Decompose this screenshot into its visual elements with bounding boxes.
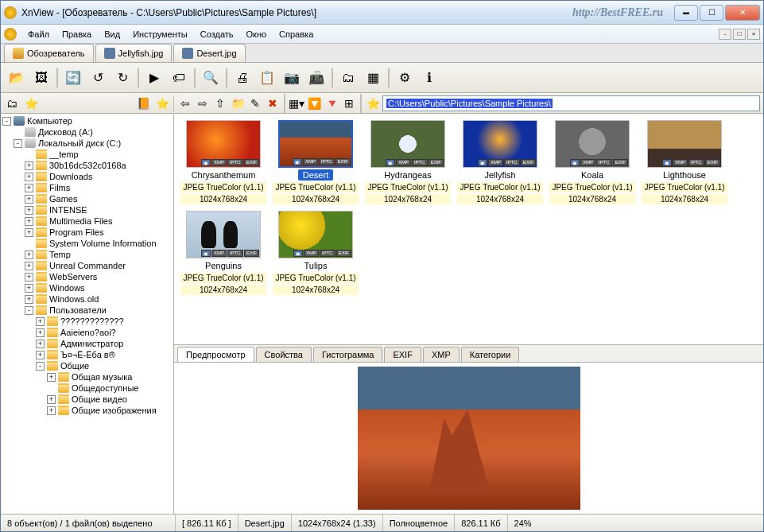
rotate-right-button[interactable]: ↻ <box>111 67 134 89</box>
settings-button[interactable]: ⚙ <box>394 67 416 89</box>
thumbnail-grid[interactable]: ▣XMPIPTCEXIFChrysanthemumJPEG TrueColor … <box>174 114 763 344</box>
rename-button[interactable]: ✎ <box>247 95 263 111</box>
back-button[interactable]: ⇦ <box>177 95 193 111</box>
tree-item[interactable]: +Общие видео <box>2 394 172 405</box>
menu-правка[interactable]: Правка <box>56 27 98 41</box>
menu-создать[interactable]: Создать <box>194 27 240 41</box>
tree-item[interactable]: +Администратор <box>2 338 172 349</box>
menu-инструменты[interactable]: Инструменты <box>126 27 194 41</box>
mdi-close-button[interactable]: × <box>747 29 760 40</box>
tree-item[interactable]: +30b16dc532c0168a <box>2 160 172 171</box>
expand-icon[interactable]: + <box>36 340 45 348</box>
expand-icon[interactable]: + <box>36 328 45 337</box>
up-button[interactable]: ⇧ <box>212 95 228 111</box>
preview-tab-xmp[interactable]: XMP <box>423 347 460 362</box>
mdi-minimize-button[interactable]: - <box>719 29 731 40</box>
tree-item[interactable]: +Windows <box>2 282 172 293</box>
expand-icon[interactable]: + <box>25 250 33 259</box>
tree-item[interactable]: Общедоступные <box>2 382 172 394</box>
expand-icon[interactable]: + <box>25 173 33 181</box>
tab-jellyfish-jpg[interactable]: Jellyfish.jpg <box>95 44 173 62</box>
mdi-restore-button[interactable]: □ <box>733 29 746 40</box>
address-bar[interactable]: C:\Users\Public\Pictures\Sample Pictures… <box>382 95 760 111</box>
tree-item[interactable]: +Общие изображения <box>2 405 172 416</box>
expand-icon[interactable]: + <box>25 284 33 293</box>
convert-button[interactable]: 🗂 <box>337 67 359 89</box>
tree-item[interactable]: +Unreal Commander <box>2 260 172 271</box>
thumbnail-chrysanthemum[interactable]: ▣XMPIPTCEXIFChrysanthemumJPEG TrueColor … <box>180 120 266 204</box>
thumbnail-koala[interactable]: ▣XMPIPTCEXIFKoalaJPEG TrueColor (v1.1)10… <box>549 120 635 204</box>
expand-icon[interactable]: - <box>36 362 45 371</box>
tree-item[interactable]: Дисковод (A:) <box>2 126 172 138</box>
fullscreen-button[interactable]: 🖼 <box>30 67 52 89</box>
favorite-button[interactable]: ⭐ <box>365 95 381 111</box>
expand-icon[interactable]: - <box>14 139 22 148</box>
folder-tree[interactable]: -КомпьютерДисковод (A:)-Локальный диск (… <box>1 114 174 514</box>
copy-button[interactable]: 📋 <box>256 67 278 89</box>
layout-button[interactable]: ⊞ <box>341 95 357 111</box>
search-button[interactable]: 🔍 <box>200 67 222 89</box>
tree-item[interactable]: +Общая музыка <box>2 371 172 382</box>
tree-item[interactable]: +Downloads <box>2 171 172 182</box>
preview-tab-свойства[interactable]: Свойства <box>256 347 312 362</box>
thumbnail-desert[interactable]: ▣XMPIPTCEXIFDesertJPEG TrueColor (v1.1)1… <box>273 120 359 204</box>
delete-button[interactable]: ✖ <box>265 95 281 111</box>
expand-icon[interactable]: + <box>25 295 33 304</box>
expand-icon[interactable]: + <box>25 262 33 270</box>
menu-окно[interactable]: Окно <box>240 27 273 41</box>
minimize-button[interactable] <box>674 5 698 21</box>
tag-button[interactable]: 🏷 <box>168 67 190 89</box>
collapse-icon[interactable]: - <box>2 117 11 126</box>
menu-вид[interactable]: Вид <box>98 27 126 41</box>
sort-button[interactable]: 🔽 <box>306 95 322 111</box>
tree-item[interactable]: +Windows.old <box>2 293 172 305</box>
scan-button[interactable]: 📠 <box>305 67 328 89</box>
expand-icon[interactable]: + <box>36 351 45 359</box>
tree-item[interactable]: +Temp <box>2 249 172 260</box>
tree-item[interactable]: +Aaieieno?aoi? <box>2 327 172 338</box>
forward-button[interactable]: ⇨ <box>195 95 211 111</box>
tab-обозреватель[interactable]: Обозреватель <box>4 44 94 62</box>
maximize-button[interactable] <box>700 5 723 21</box>
preview-tab-предпросмотр[interactable]: Предпросмотр <box>177 347 254 362</box>
folders-icon[interactable]: 🗂 <box>4 95 20 111</box>
close-button[interactable] <box>725 5 760 21</box>
tree-item[interactable]: -Пользователи <box>2 305 172 316</box>
tab-desert-jpg[interactable]: Desert.jpg <box>173 44 245 62</box>
preview-tab-exif[interactable]: EXIF <box>384 347 421 362</box>
tree-root[interactable]: -Компьютер <box>2 115 172 126</box>
expand-icon[interactable]: + <box>25 273 33 282</box>
thumbnail-lighthouse[interactable]: ▣XMPIPTCEXIFLighthouseJPEG TrueColor (v1… <box>642 120 727 204</box>
expand-icon[interactable]: + <box>47 406 56 415</box>
tree-item[interactable]: +WebServers <box>2 271 172 282</box>
star-icon[interactable]: ⭐ <box>154 95 170 111</box>
preview-tab-гистограмма[interactable]: Гистограмма <box>313 347 383 362</box>
tree-item[interactable]: __temp <box>2 149 172 160</box>
menu-файл[interactable]: Файл <box>21 27 56 41</box>
expand-icon[interactable]: + <box>36 317 45 326</box>
print-button[interactable]: 🖨 <box>231 67 254 89</box>
thumbnail-tulips[interactable]: ▣XMPIPTCEXIFTulipsJPEG TrueColor (v1.1)1… <box>273 211 359 295</box>
expand-icon[interactable]: + <box>25 161 33 170</box>
thumbnail-jellyfish[interactable]: ▣XMPIPTCEXIFJellyfishJPEG TrueColor (v1.… <box>457 120 543 204</box>
view-mode-button[interactable]: ▦▾ <box>289 95 304 111</box>
expand-icon[interactable]: + <box>25 228 33 237</box>
open-button[interactable]: 📂 <box>6 67 28 89</box>
tree-item[interactable]: System Volume Information <box>2 238 172 249</box>
tree-item[interactable]: +Ъ¤¬Ё-Ёба в® <box>2 349 172 360</box>
expand-icon[interactable]: + <box>25 206 33 215</box>
camera-button[interactable]: 📷 <box>281 67 303 89</box>
tree-item[interactable]: +Multimedia Files <box>2 216 172 227</box>
tree-item[interactable]: -Локальный диск (C:) <box>2 138 172 149</box>
filter-button[interactable]: 🔻 <box>324 95 339 111</box>
favorites-icon[interactable]: ⭐ <box>23 95 39 111</box>
player-button[interactable]: ▶ <box>143 67 165 89</box>
tree-item[interactable]: +Games <box>2 193 172 204</box>
expand-icon[interactable]: + <box>25 195 33 204</box>
menu-справка[interactable]: Справка <box>273 27 320 41</box>
categories-icon[interactable]: 📙 <box>135 95 151 111</box>
tree-item[interactable]: +INTENSE <box>2 204 172 216</box>
refresh-button[interactable]: 🔄 <box>62 67 84 89</box>
help-button[interactable]: ℹ <box>418 67 440 89</box>
titlebar[interactable]: XnView - [Обозреватель - C:\Users\Public… <box>1 1 763 25</box>
